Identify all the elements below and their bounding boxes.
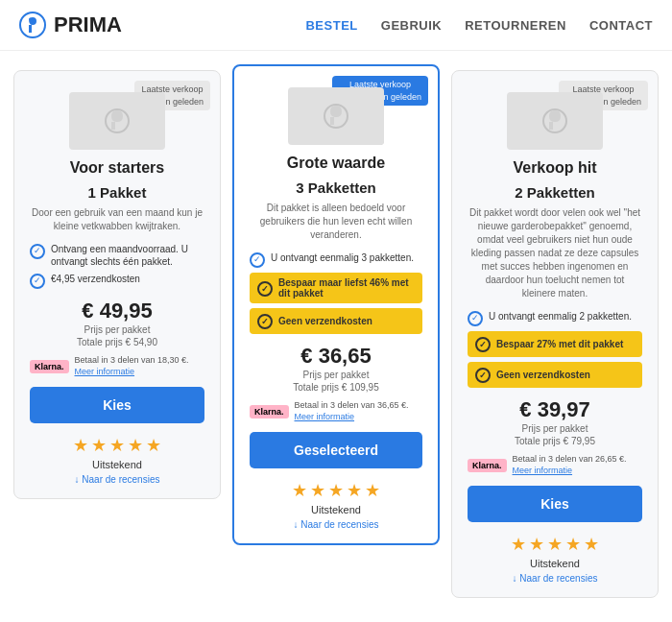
check-icon: ✓ [468, 311, 483, 326]
pack-count-featured: 3 Pakketten [250, 179, 422, 196]
svg-rect-5 [330, 117, 334, 125]
star-2: ★ [529, 534, 544, 555]
klarna-featured: Klarna. Betaal in 3 delen van 36,65 €. M… [250, 400, 422, 422]
stars-featured: ★ ★ ★ ★ ★ [234, 480, 438, 501]
card-title-featured: Grote waarde [250, 155, 422, 172]
pack-desc-featured: Dit pakket is alleen bedoeld voor gebrui… [250, 202, 422, 242]
nav-gebruik[interactable]: GEBRUIK [381, 18, 442, 33]
price-total-starter: Totale prijs € 54,90 [30, 337, 204, 347]
svg-rect-1 [29, 25, 32, 33]
feature-badge-1-hit: ✓ Bespaar 27% met dit pakket [468, 331, 642, 357]
card-title-starter: Voor starters [30, 159, 204, 177]
button-area-starter: Kies [14, 387, 220, 423]
rating-label-hit: Uitstekend [452, 558, 658, 569]
rating-label-featured: Uitstekend [234, 504, 438, 515]
reviews-link-hit[interactable]: Naar de recensies [452, 573, 658, 584]
price-label-starter: Prijs per pakket [30, 324, 204, 335]
check-icon: ✓ [250, 252, 265, 268]
star-1: ★ [511, 534, 526, 555]
pack-count-hit: 2 Pakketten [468, 184, 642, 201]
logo-text: PRIMA [54, 12, 122, 37]
nav-retourneren[interactable]: RETOURNEREN [465, 18, 566, 33]
price-starter: € 49,95 Prijs per pakket Totale prijs € … [30, 299, 204, 347]
select-button-featured[interactable]: Geselecteerd [250, 432, 422, 468]
card-starter: Laatste verkoop 23 uren geleden Voor sta… [13, 70, 221, 499]
card-title-hit: Verkoop hit [468, 159, 642, 177]
button-area-hit: Kies [452, 486, 658, 522]
card-hit: Laatste verkoop 14 minuten geleden Verko… [451, 70, 659, 598]
price-label-featured: Prijs per pakket [250, 370, 422, 380]
star-3: ★ [328, 480, 344, 501]
main-nav: BESTEL GEBRUIK RETOURNEREN CONTACT [305, 18, 653, 33]
klarna-starter: Klarna. Betaal in 3 delen van 18,30 €. M… [30, 355, 204, 377]
klarna-hit: Klarna. Betaal in 3 delen van 26,65 €. M… [468, 454, 642, 476]
star-2: ★ [91, 435, 107, 456]
pack-count-starter: 1 Pakket [30, 184, 204, 201]
logo-icon [19, 12, 46, 38]
nav-contact[interactable]: CONTACT [589, 18, 653, 33]
header: PRIMA BESTEL GEBRUIK RETOURNEREN CONTACT [0, 0, 672, 51]
price-label-hit: Prijs per pakket [468, 423, 642, 434]
star-1: ★ [73, 435, 88, 456]
klarna-badge: Klarna. [468, 459, 507, 472]
feature-badge-1: ✓ Bespaar maar liefst 46% met dit pakket [250, 273, 422, 303]
feature-item: ✓ U ontvangt eenmalig 2 pakketten. [468, 310, 642, 326]
feature-badge-2: ✓ Geen verzendkosten [250, 308, 422, 334]
reviews-link-featured[interactable]: Naar de recensies [234, 519, 438, 530]
klarna-link[interactable]: Meer informatie [295, 412, 355, 421]
klarna-badge: Klarna. [30, 360, 69, 373]
check-icon: ✓ [257, 314, 273, 329]
logo: PRIMA [19, 12, 122, 38]
check-icon: ✓ [475, 368, 491, 383]
pack-desc-hit: Dit pakket wordt door velen ook wel "het… [468, 206, 642, 300]
feature-list-featured: ✓ U ontvangt eenmalig 3 pakketten. ✓ Bes… [250, 251, 422, 334]
star-5: ★ [365, 480, 380, 501]
price-featured: € 36,65 Prijs per pakket Totale prijs € … [250, 344, 422, 393]
klarna-link[interactable]: Meer informatie [75, 367, 135, 376]
price-hit: € 39,97 Prijs per pakket Totale prijs € … [468, 397, 642, 446]
svg-rect-3 [111, 122, 115, 130]
price-main-hit: € 39,97 [468, 397, 642, 422]
feature-item: ✓ Ontvang een maandvoorraad. U ontvangt … [30, 243, 204, 268]
check-icon: ✓ [257, 281, 273, 297]
klarna-link[interactable]: Meer informatie [513, 466, 573, 475]
star-3: ★ [109, 435, 125, 456]
select-button-hit[interactable]: Kies [468, 486, 642, 522]
check-icon: ✓ [475, 337, 491, 352]
star-5: ★ [146, 435, 161, 456]
pricing-cards: Laatste verkoop 23 uren geleden Voor sta… [0, 51, 672, 617]
price-main-featured: € 36,65 [250, 344, 422, 369]
rating-label-starter: Uitstekend [14, 459, 220, 470]
feature-item: ✓ €4,95 verzendkosten [30, 273, 204, 289]
reviews-link-starter[interactable]: Naar de recensies [14, 474, 220, 485]
feature-list-hit: ✓ U ontvangt eenmalig 2 pakketten. ✓ Bes… [468, 310, 642, 388]
feature-item: ✓ U ontvangt eenmalig 3 pakketten. [250, 251, 422, 268]
check-icon: ✓ [30, 244, 45, 259]
feature-list-starter: ✓ Ontvang een maandvoorraad. U ontvangt … [30, 243, 204, 289]
feature-badge-2-hit: ✓ Geen verzendkosten [468, 362, 642, 388]
nav-bestel[interactable]: BESTEL [305, 18, 357, 33]
star-4: ★ [128, 435, 143, 456]
klarna-text: Betaal in 3 delen van 36,65 €. Meer info… [295, 400, 422, 422]
klarna-text: Betaal in 3 delen van 26,65 €. Meer info… [513, 454, 642, 476]
star-3: ★ [547, 534, 563, 555]
star-2: ★ [310, 480, 325, 501]
stars-hit: ★ ★ ★ ★ ★ [452, 534, 658, 555]
star-1: ★ [292, 480, 307, 501]
star-5: ★ [584, 534, 599, 555]
pack-desc-starter: Door een gebruik van een maand kun je kl… [30, 206, 204, 233]
select-button-starter[interactable]: Kies [30, 387, 204, 423]
price-main-starter: € 49,95 [30, 299, 204, 323]
price-total-featured: Totale prijs € 109,95 [250, 382, 422, 393]
card-featured: Laatste verkoop 19 seconden geleden Grot… [232, 64, 440, 545]
star-4: ★ [347, 480, 362, 501]
svg-rect-7 [549, 122, 553, 130]
klarna-badge: Klarna. [250, 405, 289, 419]
star-4: ★ [565, 534, 581, 555]
klarna-text: Betaal in 3 delen van 18,30 €. Meer info… [75, 355, 204, 377]
check-icon: ✓ [30, 274, 45, 289]
price-total-hit: Totale prijs € 79,95 [468, 436, 642, 446]
stars-starter: ★ ★ ★ ★ ★ [14, 435, 220, 456]
button-area-featured: Geselecteerd [234, 432, 438, 468]
